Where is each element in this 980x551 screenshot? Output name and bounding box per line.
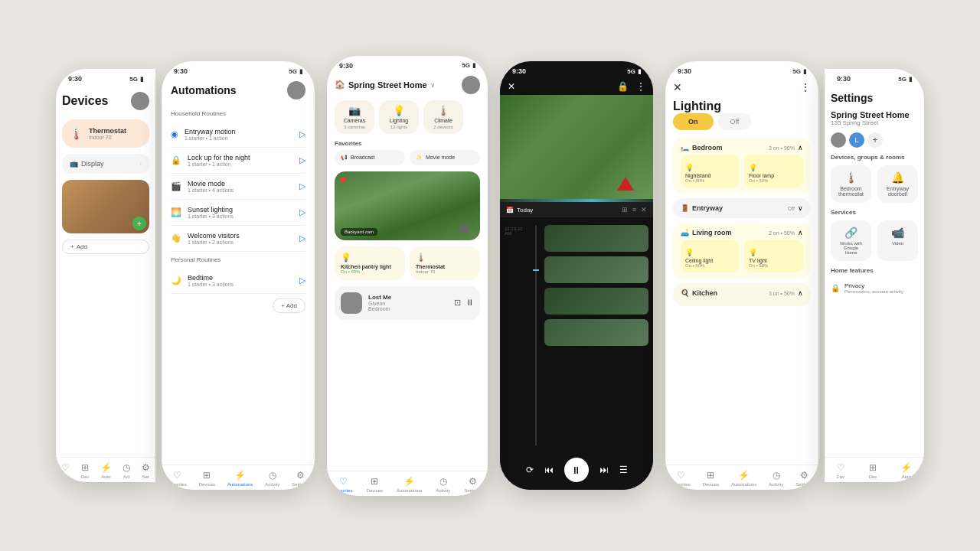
calendar-icon: 📅 [506,207,514,214]
more-icon[interactable]: ⋮ [636,81,645,92]
thermostat-card[interactable]: 🌡️ Thermostat Indoor 70 [62,119,149,148]
next-btn[interactable]: ⏭ [599,465,609,475]
pause-btn[interactable]: ⏸ [564,458,589,482]
avatar-3[interactable] [462,76,480,94]
floor-lamp-name: Floor lamp [749,173,799,178]
entryway-group[interactable]: 🚪 Entryway Off ∨ [673,198,811,218]
camera-header: ✕ 🔒 ⋮ [500,78,653,95]
close-icon-dark[interactable]: ✕ [508,81,515,92]
google-home-service[interactable]: 🔗 Works with Google Home [831,220,871,261]
kitchen-light-name: Kitchen pantry light [341,264,399,269]
nav-auto-1[interactable]: ⚡ Auto [100,462,112,479]
floor-lamp-card[interactable]: 💡 Floor lamp On • 50% [744,155,803,187]
nav-dev-5[interactable]: ⊞ Devices [703,470,719,487]
nav-devices-2[interactable]: ⊞ Devices [199,470,215,487]
nav-auto-3[interactable]: ⚡ Automations [397,476,422,493]
list-view-icon[interactable]: ≡ [632,206,636,214]
nav-activity-3[interactable]: ◷ Activity [436,476,450,493]
bedroom-thermostat-device[interactable]: 🌡️ Bedroom thermostat [831,165,871,203]
living-room-group[interactable]: 🛋️ Living room 2 on • 50% ∧ 💡 Ceiling li… [673,223,811,279]
on-button[interactable]: On [673,113,714,130]
fav-label-3: Favorites [334,488,353,493]
bedroom-expand-icon[interactable]: ∧ [798,144,803,152]
nightstand-status: On • 50% [685,178,735,183]
nav-settings-2[interactable]: ⚙ Settings [292,470,309,487]
routine-movie[interactable]: 🎬 Movie mode 1 starter • 4 actions ▷ [171,174,305,200]
more-icon-5[interactable]: ⋮ [800,81,811,93]
shuffle-btn[interactable]: ⟳ [526,465,534,475]
camera-feed[interactable]: Backyard cam [335,171,480,240]
nav-set-5[interactable]: ⚙ Settings [795,470,812,487]
avatar-2[interactable] [287,81,305,99]
climate-tab[interactable]: 🌡️ Climate 2 devices [423,100,463,134]
living-room-expand-icon[interactable]: ∧ [798,229,803,236]
routine-bedtime[interactable]: 🌙 Bedtime 1 starter • 3 actions ▷ [171,268,305,294]
nav-fav-5[interactable]: ♡ Favorites [671,470,691,487]
avatar-1[interactable] [131,92,149,110]
video-service[interactable]: 📹 Video [877,220,918,261]
privacy-feature[interactable]: 🔒 Privacy Permissions, account activity [831,279,918,298]
entryway-light-name: Entryway [692,204,723,212]
add-button[interactable]: + Favorites Add [62,240,149,254]
thumb-4[interactable] [544,319,648,346]
bedroom-thermo-name: Bedroom thermostat [837,186,865,197]
add-routine-button[interactable]: + Add [273,298,305,313]
close-icon-5[interactable]: ✕ [673,81,682,93]
music-card[interactable]: Lost Me Giveon Bedroom ⊡ ⏸ [335,286,480,320]
menu-btn[interactable]: ☰ [619,465,628,475]
kitchen-group[interactable]: 🍳 Kitchen 3 on • 50% ∧ [673,283,811,306]
display-card[interactable]: 📺 Display › [62,154,149,174]
nav-settings-3[interactable]: ⚙ Settings [464,476,481,493]
prev-btn[interactable]: ⏮ [544,465,554,475]
bedtime-play-icon[interactable]: ▷ [299,276,305,285]
kitchen-light-card[interactable]: 💡 Kitchen pantry light On • 60% [335,246,405,280]
nav-devices-3[interactable]: ⊞ Devices [367,476,383,493]
routine-welcome[interactable]: 👋 Welcome visitors 1 starter • 2 actions… [171,226,305,252]
cameras-tab[interactable]: 📷 Cameras 3 cameras [335,100,374,134]
thumb-3[interactable] [544,288,648,315]
kitchen-expand-icon[interactable]: ∧ [798,289,803,297]
nav-act-5[interactable]: ◷ Activity [769,470,783,487]
grid-view-icon[interactable]: ⊞ [622,206,628,214]
lighting-tab[interactable]: 💡 Lighting 12 lights [379,100,419,134]
close-timeline-icon[interactable]: ✕ [641,206,647,214]
routine-entryway[interactable]: ◉ Entryway motion 1 starter • 1 action ▷ [171,122,305,148]
nav-auto-6[interactable]: ⚡ Auto [900,462,912,479]
thumb-2[interactable] [544,256,648,283]
nav-auto-5[interactable]: ⚡ Automations [731,470,756,487]
movie-mode-btn[interactable]: ✨ Movie mode [410,150,480,165]
nav-favorites-2[interactable]: ♡ Favorites [168,470,187,487]
broadcast-btn[interactable]: 📢 Broadcast [335,150,405,165]
tv-light-card[interactable]: 💡 TV light On • 50% [744,240,803,272]
welcome-play-icon[interactable]: ▷ [299,233,305,243]
off-button[interactable]: Off [718,113,752,130]
lockup-play-icon[interactable]: ▷ [299,155,305,165]
entryway-doorbell-device[interactable]: 🔔 Entryway doorbell [877,165,918,203]
nav-settings-1[interactable]: ⚙ Set [142,462,150,479]
sunset-play-icon[interactable]: ▷ [299,207,305,217]
nav-fav-6[interactable]: ♡ Fav [837,462,845,479]
thermostat-card-3[interactable]: 🌡️ Thermostat Indoor 70 [410,246,480,280]
movie-play-icon[interactable]: ▷ [299,181,305,191]
music-screen-icon[interactable]: ⊡ [454,298,461,308]
nav-activity-2[interactable]: ◷ Activity [265,470,279,487]
routine-lockup[interactable]: 🔒 Lock up for the night 1 starter • 1 ac… [171,148,305,174]
climate-icon: 🌡️ [437,105,449,116]
entryway-expand-icon[interactable]: ∨ [798,204,803,212]
nav-devices-1[interactable]: ⊞ Dev [81,462,90,479]
thumb-1[interactable] [544,225,648,252]
ceiling-light-card[interactable]: 💡 Ceiling light On • 50% [681,240,740,272]
lighting-sub: 12 lights [390,125,407,129]
add-member-btn[interactable]: + [867,132,883,148]
nav-favorites-1[interactable]: ♡ Fav [61,462,70,479]
nav-auto-2[interactable]: ⚡ Automations [227,470,253,487]
nav-dev-6[interactable]: ⊞ Dev [869,462,877,479]
music-pause-icon[interactable]: ⏸ [466,298,474,308]
nav-activity-1[interactable]: ◷ Act [122,462,130,479]
bedroom-group[interactable]: 🛏️ Bedroom 3 on • 90% ∧ 💡 Nightstand On [673,138,811,194]
entryway-play-icon[interactable]: ▷ [299,129,305,139]
nightstand-card[interactable]: 💡 Nightstand On • 50% [681,155,740,187]
nav-favorites-3[interactable]: ♡ Favorites [334,476,353,493]
time-1: 9:30 [68,75,82,83]
routine-sunset[interactable]: 🌅 Sunset lighting 1 starter • 3 actions … [171,200,305,226]
